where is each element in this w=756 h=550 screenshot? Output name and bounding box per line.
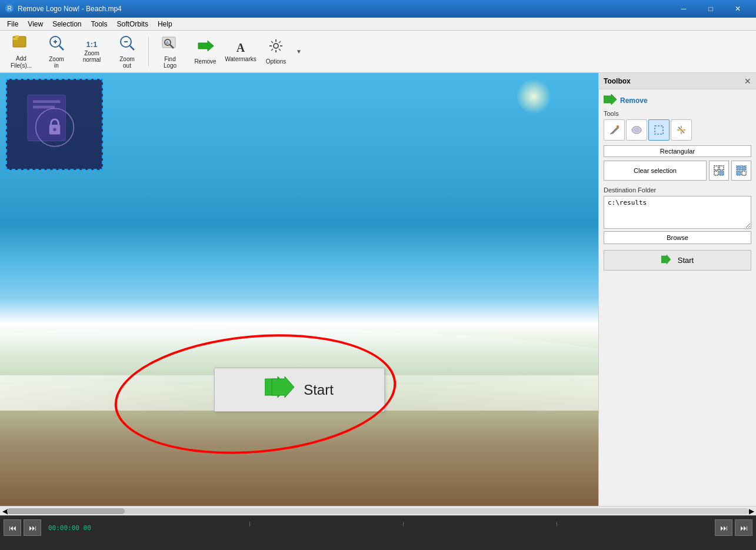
- svg-marker-25: [272, 376, 294, 398]
- toolbox-title: Toolbox: [604, 77, 631, 85]
- svg-rect-41: [737, 166, 741, 170]
- minimize-button[interactable]: ─: [670, 0, 697, 18]
- menu-file[interactable]: File: [2, 19, 23, 29]
- svg-text:A: A: [166, 41, 169, 45]
- timeline: ⏮ ⏭ 00:00:00 00 ⏭ ⏭: [0, 515, 756, 550]
- canvas-area: Start: [0, 73, 598, 506]
- window-controls: ─ □ ✕: [670, 0, 751, 18]
- tl-prev-button[interactable]: ⏭: [24, 519, 41, 536]
- menu-softorbits[interactable]: SoftOrbits: [112, 19, 153, 29]
- tl-end-button[interactable]: ⏭: [735, 519, 752, 536]
- start-main-button[interactable]: Start: [214, 368, 385, 412]
- svg-marker-16: [198, 41, 214, 51]
- timeline-controls: ⏮ ⏭ 00:00:00 00 ⏭ ⏭: [0, 516, 756, 539]
- timeline-track[interactable]: [96, 522, 710, 534]
- sun-glow: [516, 79, 551, 114]
- zoom-in-icon: [48, 35, 65, 55]
- window-title: Remove Logo Now! - Beach.mp4: [18, 5, 670, 13]
- logo-svg: [19, 89, 90, 160]
- scroll-thumb[interactable]: [7, 508, 125, 514]
- svg-text:R: R: [7, 5, 11, 12]
- start-panel-arrow-icon: [661, 255, 673, 266]
- svg-rect-19: [33, 100, 60, 103]
- zoom-normal-label: Zoomnormal: [83, 50, 101, 63]
- svg-rect-4: [15, 35, 19, 38]
- svg-line-11: [130, 46, 134, 50]
- menu-tools[interactable]: Tools: [86, 19, 112, 29]
- logo-watermark: [19, 92, 90, 157]
- tl-last-button[interactable]: ⏭: [715, 519, 732, 536]
- svg-rect-39: [714, 171, 718, 175]
- menu-view[interactable]: View: [23, 19, 48, 29]
- remove-label: Remove: [194, 58, 216, 65]
- maximize-button[interactable]: □: [697, 0, 724, 18]
- destination-label: Destination Folder: [604, 186, 751, 194]
- remove-label: Remove: [620, 96, 648, 105]
- options-label: Options: [266, 58, 286, 65]
- tools-row: [604, 119, 751, 141]
- svg-rect-37: [714, 166, 718, 170]
- remove-icon: [196, 38, 215, 57]
- options-button[interactable]: Options: [259, 34, 292, 69]
- deselect-button[interactable]: [731, 161, 751, 181]
- scroll-track[interactable]: [7, 508, 749, 514]
- clear-selection-button[interactable]: Clear selection: [604, 161, 707, 181]
- svg-point-29: [634, 128, 640, 132]
- zoom-normal-icon: 1:1: [86, 40, 98, 49]
- svg-marker-45: [661, 255, 671, 264]
- rect-select-tool-button[interactable]: [648, 119, 670, 141]
- ruler-tick-3: [557, 522, 557, 526]
- toolbox-header: Toolbox ✕: [599, 73, 756, 89]
- toolbar-separator-1: [148, 37, 149, 66]
- pencil-tool-button[interactable]: [604, 119, 625, 141]
- tools-label: Tools: [604, 110, 751, 117]
- toolbox-body: Remove Tools: [599, 89, 756, 506]
- watermarks-icon: A: [237, 41, 245, 55]
- toolbar-dropdown-arrow[interactable]: ▼: [296, 48, 302, 55]
- start-panel-button[interactable]: Start: [604, 250, 751, 271]
- toolbar: AddFile(s)... Zoomin 1:1 Zoomnormal Zoom…: [0, 31, 756, 73]
- browse-button[interactable]: Browse: [604, 231, 751, 244]
- logo-selection-area[interactable]: [6, 79, 103, 170]
- svg-marker-26: [604, 94, 617, 105]
- add-files-label: AddFile(s)...: [11, 55, 32, 69]
- select-all-button[interactable]: [709, 161, 729, 181]
- ruler-tick-1: [249, 522, 250, 526]
- destination-input[interactable]: c:\results: [604, 196, 751, 229]
- magic-wand-tool-button[interactable]: [671, 119, 692, 141]
- svg-rect-30: [655, 126, 663, 134]
- selection-type-button[interactable]: Rectangular: [604, 145, 751, 157]
- find-logo-icon: A: [161, 35, 179, 55]
- svg-point-36: [680, 129, 682, 131]
- watermarks-button[interactable]: A Watermarks: [224, 34, 257, 69]
- menu-help[interactable]: Help: [153, 19, 177, 29]
- scroll-left-arrow[interactable]: ◀: [2, 507, 7, 515]
- svg-rect-20: [33, 105, 55, 108]
- zoom-out-button[interactable]: Zoomout: [111, 34, 144, 69]
- remove-arrow-icon: [604, 94, 617, 106]
- watermarks-label: Watermarks: [225, 56, 257, 62]
- add-files-button[interactable]: AddFile(s)...: [5, 34, 38, 69]
- zoom-in-button[interactable]: Zoomin: [40, 34, 73, 69]
- tl-first-button[interactable]: ⏮: [4, 519, 21, 536]
- blur-tool-button[interactable]: [626, 119, 647, 141]
- remove-button[interactable]: Remove: [189, 34, 222, 69]
- toolbox-panel: Toolbox ✕ Remove Tools: [598, 73, 756, 506]
- svg-rect-42: [742, 166, 746, 170]
- start-button-overlay: Start: [214, 368, 385, 412]
- video-frame: Start: [0, 73, 598, 506]
- toolbox-close-button[interactable]: ✕: [744, 76, 751, 86]
- ruler-tick-2: [403, 522, 404, 526]
- menu-selection[interactable]: Selection: [48, 19, 86, 29]
- zoom-normal-button[interactable]: 1:1 Zoomnormal: [75, 34, 108, 69]
- menubar: File View Selection Tools SoftOrbits Hel…: [0, 18, 756, 31]
- horizontal-scrollbar[interactable]: ◀ ▶: [0, 506, 756, 515]
- remove-section-title: Remove: [604, 94, 751, 106]
- find-logo-button[interactable]: A FindLogo: [154, 34, 186, 69]
- zoom-out-icon: [119, 35, 135, 55]
- scroll-right-arrow[interactable]: ▶: [749, 507, 754, 515]
- svg-point-17: [274, 44, 278, 48]
- close-button[interactable]: ✕: [724, 0, 751, 18]
- svg-point-23: [53, 128, 56, 131]
- zoom-in-label: Zoomin: [49, 56, 64, 69]
